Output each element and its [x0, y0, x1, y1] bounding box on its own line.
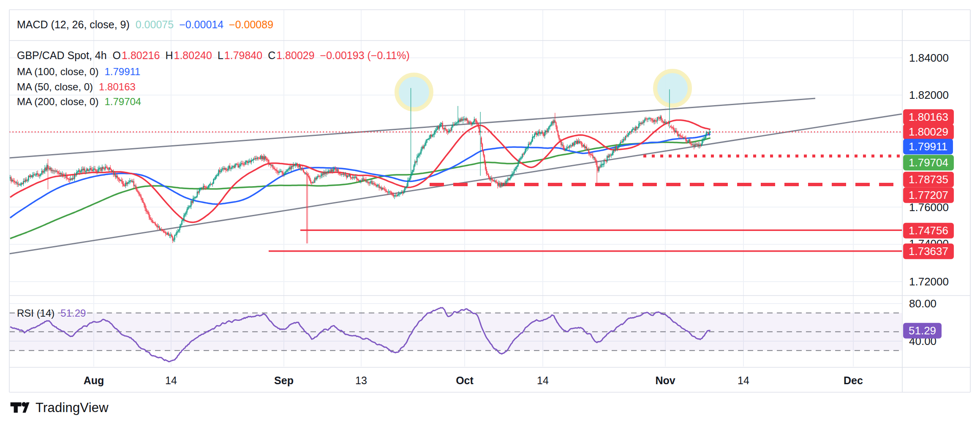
- ma200-label: MA (200, close, 0): [17, 96, 98, 108]
- ma200-legend-row[interactable]: MA (200, close, 0) 1.79704: [17, 96, 141, 108]
- main-chart[interactable]: [0, 0, 980, 426]
- tradingview-logo-icon[interactable]: [10, 399, 30, 416]
- time-axis-label: Nov: [655, 374, 675, 387]
- macd-line-value: −0.00014: [179, 19, 223, 31]
- price-badge: 1.79911: [903, 139, 953, 155]
- highlight-circle: [397, 75, 431, 109]
- ma100-legend-row[interactable]: MA (100, close, 0) 1.79911: [17, 66, 140, 78]
- price-badge: 1.79704: [903, 155, 954, 171]
- price-badge: 1.74756: [903, 223, 954, 239]
- price-badge: 1.80029: [903, 124, 954, 140]
- footer: TradingView: [10, 399, 109, 416]
- high-value: 1.80240: [174, 49, 212, 62]
- highlight-circle: [655, 71, 690, 106]
- time-axis-label: Oct: [456, 374, 474, 387]
- rsi-badge: 51.29: [903, 323, 942, 339]
- price-badge: 1.80163: [903, 109, 954, 125]
- time-axis-label: Dec: [844, 374, 863, 387]
- change-value: −0.00193 (−0.11%): [320, 49, 410, 62]
- macd-label: MACD (12, 26, close, 9): [17, 19, 130, 31]
- time-axis-label: 13: [355, 374, 367, 387]
- low-key: L: [218, 49, 223, 62]
- time-axis-label: 14: [537, 374, 549, 387]
- tradingview-chart-page: { "header": { "macd": { "label": "MACD (…: [0, 0, 980, 426]
- ma100-value: 1.79911: [104, 66, 140, 78]
- ma200-line: [10, 138, 710, 239]
- rsi-value: 51.29: [60, 307, 86, 319]
- time-axis-label: 14: [165, 374, 177, 387]
- rsi-axis-label: 80.00: [909, 297, 936, 310]
- price-axis-label: 1.72000: [909, 275, 949, 288]
- macd-histogram-value: 0.00075: [136, 19, 174, 31]
- open-key: O: [113, 49, 121, 62]
- candle-bodies-up: [10, 117, 711, 240]
- low-value: 1.79840: [224, 49, 262, 62]
- ma50-legend-row[interactable]: MA (50, close, 0) 1.80163: [17, 81, 136, 93]
- macd-signal-value: −0.00089: [229, 19, 273, 31]
- close-key: C: [268, 49, 275, 62]
- price-badge: 1.73637: [903, 244, 954, 259]
- time-axis-label: Aug: [84, 374, 104, 387]
- tradingview-brand-text[interactable]: TradingView: [35, 400, 109, 415]
- high-key: H: [165, 49, 173, 62]
- rsi-legend-row[interactable]: RSI (14) 51.29: [17, 307, 86, 319]
- macd-legend-row[interactable]: MACD (12, 26, close, 9) 0.00075 −0.00014…: [17, 19, 273, 31]
- candle-wicks-up: [10, 88, 710, 242]
- ma50-value: 1.80163: [99, 81, 136, 93]
- symbol-title: GBP/CAD Spot, 4h: [17, 49, 107, 62]
- symbol-legend-row[interactable]: GBP/CAD Spot, 4h O1.80216 H1.80240 L1.79…: [17, 49, 410, 62]
- rsi-label: RSI (14): [17, 307, 54, 319]
- close-value: 1.80029: [276, 49, 314, 62]
- ma100-label: MA (100, close, 0): [17, 66, 98, 78]
- price-badge: 1.78735: [903, 172, 954, 187]
- time-axis-label: 14: [738, 374, 749, 387]
- price-axis-label: 1.82000: [909, 89, 949, 102]
- ma50-label: MA (50, close, 0): [17, 81, 93, 93]
- open-value: 1.80216: [122, 49, 160, 62]
- price-badge: 1.77207: [903, 187, 954, 203]
- price-axis-label: 1.84000: [909, 52, 949, 65]
- ma200-value: 1.79704: [104, 96, 141, 108]
- time-axis-label: Sep: [274, 374, 294, 387]
